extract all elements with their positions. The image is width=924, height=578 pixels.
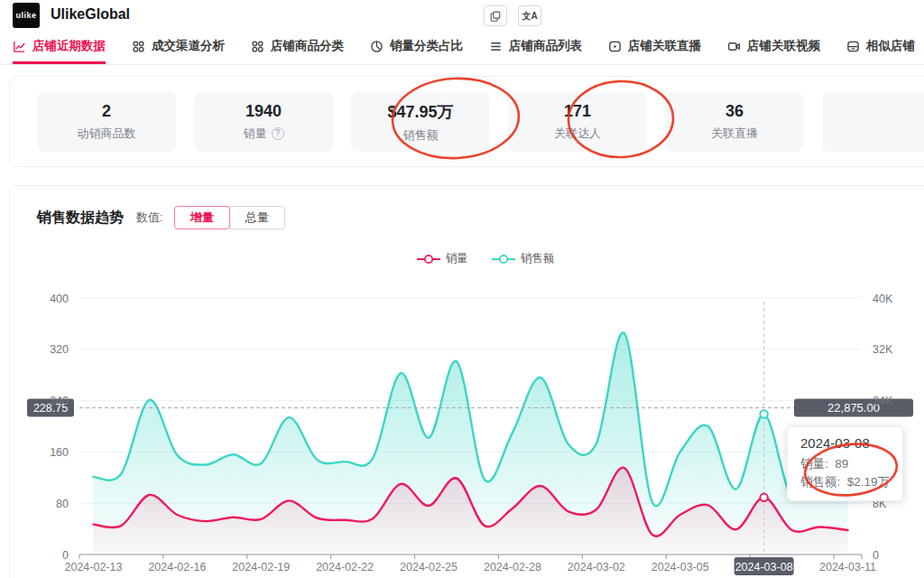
tab-similar-stores[interactable]: 相似店铺 (846, 33, 915, 64)
tab-store-related-live[interactable]: 店铺关联直播 (608, 33, 701, 64)
stat-value: $47.95万 (387, 101, 453, 123)
legend-marker-icon (492, 254, 515, 265)
tooltip-sales-row: 销量: 89 (800, 455, 890, 473)
svg-text:2024-02-16: 2024-02-16 (148, 561, 206, 573)
tab-store-product-list[interactable]: 店铺商品列表 (489, 33, 582, 64)
header: ulike UlikeGlobal 文A (0, 0, 924, 31)
tab-label: 成交渠道分析 (152, 38, 225, 54)
svg-text:0: 0 (873, 549, 879, 562)
svg-text:240: 240 (50, 395, 69, 407)
copy-button[interactable] (484, 5, 507, 26)
legend-marker-icon (417, 254, 440, 265)
translate-button[interactable]: 文A (518, 5, 541, 26)
live-icon (608, 40, 622, 53)
chart-legend: 销量销售额 (10, 251, 924, 266)
grid-icon (251, 40, 264, 53)
trend-chart[interactable]: 228.7522,875.0008016024032040008K16K24K3… (0, 289, 924, 578)
chart-tooltip: 2024-03-08 销量: 89 销售额: $2.19万 (787, 426, 903, 501)
stat-label: 动销商品数 (78, 126, 136, 142)
stat-card-active-products: 2 动销商品数 (37, 92, 176, 152)
tab-store-product-category[interactable]: 店铺商品分类 (251, 33, 344, 64)
value-mode-label: 数值: (136, 210, 163, 226)
list-icon (489, 40, 503, 53)
stat-label: 销量 ? (244, 126, 284, 142)
stat-label: 关联直播 (711, 126, 758, 142)
svg-text:400: 400 (50, 293, 69, 305)
svg-text:2024-02-13: 2024-02-13 (65, 561, 123, 573)
svg-text:2024-03-02: 2024-03-02 (568, 561, 625, 573)
legend-label: 销售额 (521, 251, 555, 266)
tooltip-date: 2024-03-08 (800, 435, 890, 451)
trend-chart-icon (13, 40, 26, 53)
pie-chart-icon (370, 40, 383, 53)
tab-label: 相似店铺 (866, 38, 915, 54)
header-actions: 文A (484, 5, 541, 26)
svg-text:2024-02-28: 2024-02-28 (484, 561, 541, 573)
tab-label: 店铺商品分类 (271, 38, 344, 54)
stat-card-related-influencers: 171 关联达人 (508, 92, 647, 152)
tab-label: 店铺近期数据 (32, 38, 106, 54)
translate-icon: 文A (522, 10, 537, 23)
stat-card-sales-amount: $47.95万 销售额 (351, 92, 490, 152)
svg-text:160: 160 (50, 446, 69, 459)
svg-text:32K: 32K (873, 343, 893, 356)
svg-text:0: 0 (62, 549, 69, 562)
stat-card-sales-volume: 1940 销量 ? (194, 92, 333, 152)
tab-label: 店铺商品列表 (509, 38, 582, 54)
video-camera-icon (727, 40, 741, 53)
tooltip-amount-row: 销售额: $2.19万 (800, 473, 890, 491)
tab-bar: 店铺近期数据 成交渠道分析 店铺商品分类 销量分类占比 店铺商品列表 (0, 33, 924, 65)
tab-sales-category-share[interactable]: 销量分类占比 (370, 33, 463, 64)
tab-label: 店铺关联直播 (628, 38, 701, 54)
stat-label: 销售额 (403, 127, 439, 144)
svg-text:24K: 24K (873, 395, 893, 407)
svg-text:2024-03-05: 2024-03-05 (651, 561, 709, 573)
grid-icon (132, 40, 145, 53)
increment-mode-button[interactable]: 增量 (174, 206, 230, 229)
stat-label: 关联达人 (554, 126, 601, 142)
trend-title: 销售数据趋势 (37, 209, 124, 228)
legend-item-sales[interactable]: 销量 (417, 251, 468, 266)
store-icon (846, 40, 860, 53)
svg-text:40K: 40K (873, 293, 893, 305)
app-logo: ulike (13, 3, 40, 28)
svg-text:2024-02-19: 2024-02-19 (232, 561, 290, 573)
stat-card-related-live: 36 关联直播 (665, 92, 804, 152)
stat-value: 2 (102, 102, 111, 121)
legend-item-amount[interactable]: 销售额 (492, 251, 555, 266)
tab-deal-channel-analysis[interactable]: 成交渠道分析 (132, 33, 225, 64)
svg-text:2024-02-25: 2024-02-25 (400, 561, 457, 573)
tab-store-related-video[interactable]: 店铺关联视频 (727, 33, 820, 64)
stat-value: 36 (725, 102, 744, 121)
tab-label: 销量分类占比 (390, 38, 463, 54)
total-mode-button[interactable]: 总量 (229, 206, 285, 229)
svg-text:80: 80 (56, 498, 69, 510)
legend-label: 销量 (446, 251, 468, 266)
stat-value: 1940 (245, 102, 282, 121)
svg-text:2024-03-11: 2024-03-11 (819, 561, 876, 573)
svg-text:2024-03-08: 2024-03-08 (735, 561, 793, 573)
stat-value: 171 (564, 102, 591, 121)
svg-text:2024-02-22: 2024-02-22 (316, 561, 374, 573)
stats-panel: 2 动销商品数 1940 销量 ? $47.95万 销售额 171 关联达人 3… (9, 76, 924, 167)
tab-store-recent-data[interactable]: 店铺近期数据 (13, 33, 106, 64)
svg-text:320: 320 (50, 343, 69, 356)
app-logo-text: ulike (15, 11, 36, 20)
copy-icon (489, 10, 502, 23)
value-mode-toggle: 增量 总量 (174, 206, 285, 229)
stat-card-partial (822, 92, 924, 152)
page-title: UlikeGlobal (51, 6, 130, 23)
help-icon[interactable]: ? (272, 127, 284, 140)
tab-label: 店铺关联视频 (747, 38, 820, 54)
